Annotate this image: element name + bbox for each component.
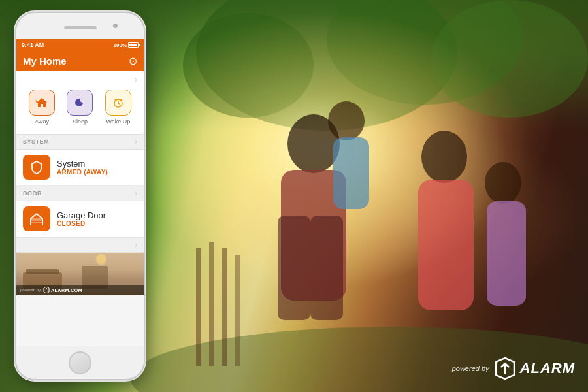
quick-actions-nav: › bbox=[16, 74, 144, 86]
svg-point-29 bbox=[96, 254, 106, 265]
app-header: My Home ⊙ bbox=[16, 51, 144, 71]
camera-thumbnail[interactable]: powered by ALARM.COM bbox=[16, 253, 144, 295]
phone-bezel-top bbox=[16, 13, 144, 39]
phone-wrapper: 9:41 AM 100% My Home ⊙ › bbox=[0, 0, 150, 392]
garage-icon-container bbox=[23, 206, 50, 231]
sleep-label: Sleep bbox=[73, 118, 88, 125]
away-house-icon bbox=[35, 97, 48, 108]
phone-speaker bbox=[64, 26, 97, 29]
door-chevron-icon[interactable]: › bbox=[135, 189, 137, 198]
screen-content: › Away bbox=[16, 71, 144, 346]
system-device-name: System bbox=[57, 159, 137, 169]
sleep-button[interactable]: Sleep bbox=[67, 90, 93, 125]
system-section-header: SYSTEM › bbox=[16, 134, 144, 150]
quick-actions-wrapper: › Away bbox=[16, 71, 144, 134]
wakeup-icon bbox=[105, 90, 131, 116]
status-battery: 100% bbox=[114, 42, 139, 48]
camera-powered-text: powered by bbox=[20, 288, 41, 292]
away-label: Away bbox=[35, 118, 49, 125]
away-icon bbox=[29, 90, 55, 116]
alarm-logo-text: ALARM bbox=[520, 360, 575, 377]
status-time: 9:41 AM bbox=[22, 42, 44, 48]
camera-overlay-bar: powered by ALARM.COM bbox=[16, 285, 144, 295]
alarm-logo-small-icon bbox=[43, 287, 50, 293]
phone: 9:41 AM 100% My Home ⊙ › bbox=[16, 13, 144, 379]
alarm-logo-icon bbox=[493, 357, 517, 380]
door-section-title: DOOR bbox=[23, 190, 42, 197]
system-icon-container bbox=[23, 155, 50, 180]
sleep-icon bbox=[67, 90, 93, 116]
system-device-item[interactable]: System ARMED (AWAY) bbox=[16, 150, 144, 186]
alarm-clock-icon bbox=[112, 96, 125, 109]
garage-device-name: Garage Door bbox=[57, 210, 137, 220]
system-device-status: ARMED (AWAY) bbox=[57, 169, 137, 176]
away-button[interactable]: Away bbox=[29, 90, 55, 125]
phone-camera bbox=[113, 24, 118, 28]
battery-icon bbox=[128, 42, 139, 48]
system-chevron-icon[interactable]: › bbox=[135, 137, 137, 146]
phone-bezel-bottom bbox=[16, 346, 144, 379]
moon-icon bbox=[74, 97, 86, 108]
battery-fill bbox=[129, 44, 137, 46]
app-title: My Home bbox=[23, 56, 67, 67]
camera-section-header: › bbox=[16, 237, 144, 253]
system-section-title: SYSTEM bbox=[23, 139, 49, 145]
bottom-watermark: powered by ALARM bbox=[452, 357, 575, 380]
door-section-header: DOOR › bbox=[16, 186, 144, 201]
garage-device-status: CLOSED bbox=[57, 220, 137, 227]
svg-line-22 bbox=[118, 103, 120, 105]
settings-icon[interactable]: ⊙ bbox=[129, 55, 137, 67]
garage-device-info: Garage Door CLOSED bbox=[57, 210, 137, 227]
alarm-logo: ALARM bbox=[493, 357, 575, 380]
system-device-info: System ARMED (AWAY) bbox=[57, 159, 137, 176]
svg-rect-27 bbox=[26, 269, 59, 274]
watermark-powered-text: powered by bbox=[452, 365, 489, 372]
garage-door-icon bbox=[28, 212, 45, 226]
home-button[interactable] bbox=[69, 351, 91, 374]
chevron-right-icon[interactable]: › bbox=[135, 75, 137, 84]
status-bar: 9:41 AM 100% bbox=[16, 39, 144, 51]
door-device-item[interactable]: Garage Door CLOSED bbox=[16, 201, 144, 237]
alarm-logo-small-text: ALARM.COM bbox=[51, 288, 82, 293]
battery-percent: 100% bbox=[114, 42, 127, 48]
wakeup-label: Wake Up bbox=[106, 118, 130, 125]
camera-chevron-icon[interactable]: › bbox=[135, 240, 137, 250]
quick-actions-row: Away Sleep bbox=[16, 86, 144, 131]
alarm-logo-small: ALARM.COM bbox=[43, 287, 82, 293]
shield-icon bbox=[29, 159, 44, 175]
wakeup-button[interactable]: Wake Up bbox=[105, 90, 131, 125]
